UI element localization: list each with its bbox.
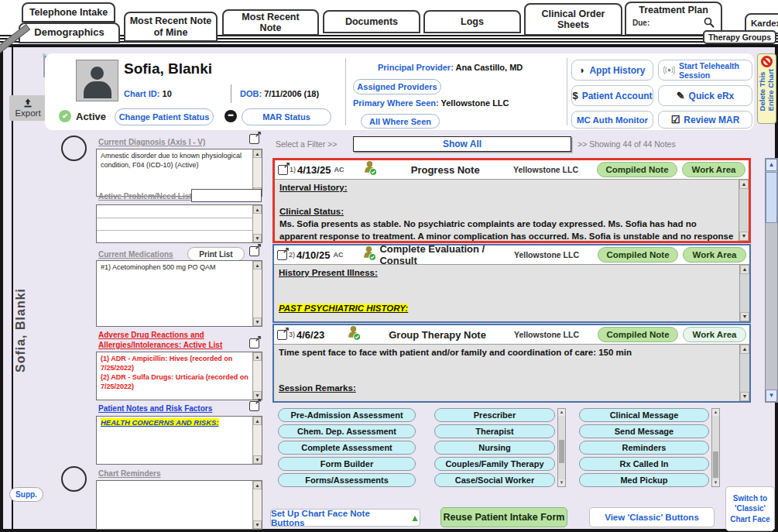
minus-circle-icon[interactable]: ━: [224, 110, 237, 122]
note-org: Yellowstone LLC: [513, 165, 597, 174]
note-card-progress-note[interactable]: 1) 4/13/25 AC Progress Note Yellowstone …: [272, 158, 751, 243]
chart-face-button[interactable]: Couples/Family Therapy: [434, 457, 555, 471]
scrollbar[interactable]: ▲▼: [252, 261, 262, 326]
open-patient-notes-icon[interactable]: [249, 401, 259, 411]
open-medications-icon[interactable]: [249, 246, 259, 256]
patient-account-button[interactable]: $Patient Account: [571, 85, 653, 106]
note-body: History Present Illness: PAST PSYCHIATRI…: [274, 265, 749, 321]
chart-face-button[interactable]: Complete Assessment: [278, 441, 416, 455]
chart-face-button[interactable]: Prescriber: [434, 408, 555, 422]
show-all-button[interactable]: Show All: [353, 136, 571, 152]
review-mar-button[interactable]: ☑Review MAR: [658, 111, 752, 129]
treatment-plan-due-row: Due:: [629, 15, 718, 28]
scroll-thumb[interactable]: [766, 172, 777, 223]
note-initials: AC: [333, 251, 343, 259]
tab-label: Therapy Groups: [708, 33, 771, 42]
print-list-button[interactable]: Print List: [187, 247, 245, 261]
open-note-icon[interactable]: [277, 250, 287, 260]
tab-telephone-intake[interactable]: Telephone Intake: [22, 2, 115, 22]
search-icon[interactable]: [704, 17, 715, 28]
chart-face-button[interactable]: Send Message: [579, 424, 709, 438]
button-column-scrollbar[interactable]: ▲▼: [557, 408, 566, 487]
chart-face-button[interactable]: Rx Called In: [579, 457, 709, 471]
note-title: Group Therapy Note: [361, 329, 514, 341]
tab-label: Telephone Intake: [29, 7, 108, 18]
active-problem-input[interactable]: [191, 189, 262, 202]
tab-demographics[interactable]: Demographics: [19, 22, 120, 43]
note-card-group-therapy[interactable]: 3) 4/6/23 Group Therapy Note Yellowstone…: [272, 324, 751, 403]
work-area-button[interactable]: Work Area: [683, 327, 746, 342]
delete-entire-chart-button[interactable]: Delete This Entire Chart: [757, 53, 776, 124]
chart-face-button[interactable]: Pre-Admission Assessment: [278, 408, 416, 422]
view-classic-buttons-button[interactable]: View 'Classic' Buttons: [589, 507, 715, 527]
divider: [345, 58, 346, 125]
note-header: 1) 4/13/25 AC Progress Note Yellowstone …: [275, 160, 749, 180]
chart-reminders-label: Chart Reminders: [98, 469, 161, 478]
note-card-complete-evaluation[interactable]: 2) 4/10/25 AC Complete Evaluation / Cons…: [272, 244, 751, 323]
diagnosis-radio-circle[interactable]: [61, 136, 87, 161]
tab-most-recent-note[interactable]: Most Recent Note: [222, 9, 319, 36]
patient-name: Sofia, Blanki: [124, 60, 212, 77]
patient-avatar[interactable]: [76, 60, 118, 101]
compiled-note-button[interactable]: Compiled Note: [597, 162, 677, 177]
setup-note-buttons-button[interactable]: Set Up Chart Face Note Buttons ▲: [270, 509, 420, 527]
quick-erx-button[interactable]: ✎Quick eRx: [658, 85, 752, 106]
chart-face-button[interactable]: Form Builder: [278, 457, 416, 471]
change-patient-status-button[interactable]: Change Patient Status: [115, 108, 214, 125]
active-problem-label: Active Problem/Need List: [98, 192, 192, 201]
open-adr-icon[interactable]: [249, 338, 259, 348]
chart-face-button[interactable]: Nursing: [434, 441, 555, 455]
adr-entry: (2) ADR - Sulfa Drugs: Urticaria (record…: [101, 372, 249, 391]
scroll-down-arrow[interactable]: ▼: [766, 390, 777, 402]
tab-clinical-order-sheets[interactable]: Clinical Order Sheets: [524, 3, 622, 36]
tab-therapy-groups[interactable]: Therapy Groups: [703, 30, 776, 44]
scrollbar[interactable]: ▲▼: [252, 481, 262, 529]
scrollbar[interactable]: ▲▼: [739, 265, 749, 321]
scrollbar[interactable]: ▲▼: [252, 417, 262, 464]
export-label: Export: [15, 108, 40, 118]
assigned-providers-button[interactable]: Assigned Providers: [353, 79, 441, 94]
supp-button[interactable]: Supp.: [9, 487, 43, 502]
open-note-icon[interactable]: [277, 330, 287, 340]
all-where-seen-button[interactable]: All Where Seen: [361, 114, 440, 129]
primary-where-seen-value: Yellowstone LLC: [441, 98, 509, 108]
reuse-patient-intake-form-button[interactable]: Reuse Patient Intake Form: [440, 507, 567, 527]
upload-icon: [23, 98, 33, 108]
chart-face-button[interactable]: Chem. Dep. Assessment: [278, 424, 416, 438]
chart-face-button[interactable]: Med Pickup: [579, 473, 709, 487]
telehealth-icon: [663, 64, 675, 76]
mar-status-button[interactable]: MAR Status: [242, 108, 331, 125]
work-area-button[interactable]: Work Area: [683, 247, 746, 263]
chart-face-button[interactable]: Forms/Assessments: [278, 473, 416, 487]
chart-face-button[interactable]: Therapist: [434, 424, 555, 438]
tab-documents[interactable]: Documents: [323, 10, 420, 33]
compiled-note-button[interactable]: Compiled Note: [598, 327, 678, 342]
scrollbar[interactable]: ▲▼: [739, 180, 749, 241]
compiled-note-button[interactable]: Compiled Note: [598, 247, 678, 263]
scrollbar[interactable]: ▲▼: [252, 352, 262, 400]
export-button[interactable]: Export: [9, 95, 46, 121]
appt-history-button[interactable]: ◗Appt History: [571, 60, 653, 81]
mc-auth-monitor-button[interactable]: MC Auth Monitor: [571, 111, 653, 129]
scroll-up-arrow[interactable]: ▲: [766, 159, 777, 171]
chart-face-button[interactable]: Reminders: [579, 441, 709, 455]
note-header: 3) 4/6/23 Group Therapy Note Yellowstone…: [274, 325, 749, 345]
open-note-icon[interactable]: [278, 165, 288, 175]
scrollbar[interactable]: ▲▼: [252, 205, 262, 242]
button-column-scrollbar[interactable]: ▲▼: [711, 408, 720, 487]
chart-face-button[interactable]: Clinical Message: [579, 408, 709, 422]
reminders-radio-circle[interactable]: [61, 466, 87, 492]
switch-classic-chart-face-button[interactable]: Switch to 'Classic' Chart Face: [725, 486, 775, 531]
scrollbar[interactable]: ▲▼: [739, 345, 749, 401]
button-label: Review MAR: [684, 115, 739, 125]
tab-logs[interactable]: Logs: [423, 10, 521, 33]
dollar-icon: $: [572, 91, 578, 101]
tab-most-recent-note-of-mine[interactable]: Most Recent Note of Mine: [124, 12, 218, 42]
chart-face-button[interactable]: Case/Social Worker: [434, 473, 555, 487]
notes-list-scrollbar[interactable]: ▲ ▼: [765, 158, 778, 403]
open-diagnosis-icon[interactable]: [249, 134, 259, 144]
divider: [567, 58, 567, 125]
work-area-button[interactable]: Work Area: [682, 162, 745, 177]
clock-icon: ◗: [580, 65, 586, 75]
start-telehealth-button[interactable]: Start Telehealth Session: [658, 60, 752, 81]
